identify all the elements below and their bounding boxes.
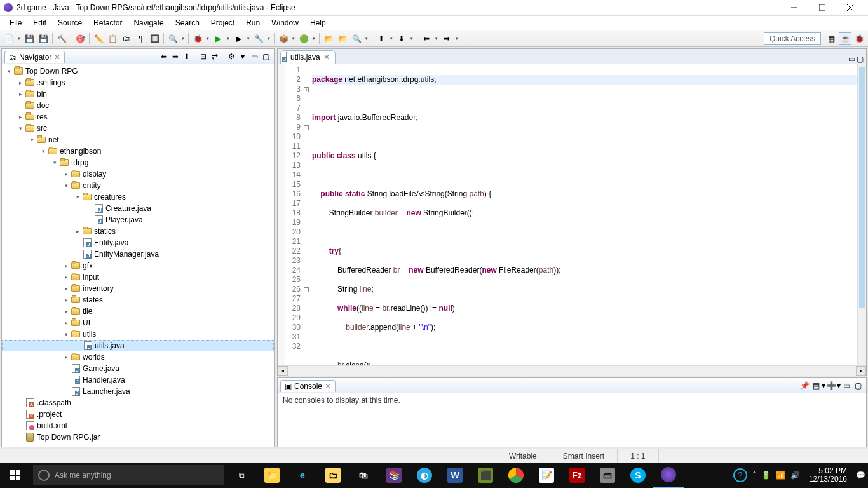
- folder-states[interactable]: ▸states: [2, 294, 274, 306]
- folder-display[interactable]: ▸display: [2, 168, 274, 180]
- folder-src[interactable]: ▾src: [2, 123, 274, 134]
- new-package-button[interactable]: 📦: [277, 32, 290, 45]
- overview-ruler[interactable]: [857, 64, 866, 365]
- menu-help[interactable]: Help: [304, 17, 332, 29]
- menu-project[interactable]: Project: [205, 17, 240, 29]
- fold-collapse-icon[interactable]: −: [304, 287, 309, 292]
- eclipse-taskbar[interactable]: [653, 463, 684, 488]
- close-tab-icon[interactable]: ✕: [323, 53, 330, 62]
- close-icon[interactable]: ✕: [54, 53, 60, 62]
- run-drop[interactable]: ▾: [226, 32, 231, 45]
- new-button[interactable]: 📄: [3, 32, 15, 45]
- file-project[interactable]: .project: [2, 409, 274, 420]
- prev-ann-drop[interactable]: ▾: [389, 32, 394, 45]
- folder-utils[interactable]: ▾utils: [2, 329, 274, 340]
- word-taskbar[interactable]: W: [440, 463, 470, 488]
- forward-drop[interactable]: ▾: [454, 32, 459, 45]
- console-body[interactable]: No consoles to display at this time.: [278, 393, 866, 447]
- run-last-button[interactable]: ▶: [232, 32, 245, 45]
- menu-search[interactable]: Search: [170, 17, 205, 29]
- toggle-folding-button[interactable]: 🔲: [148, 32, 161, 45]
- skype-taskbar[interactable]: S: [623, 463, 653, 488]
- file-game[interactable]: Game.java: [2, 363, 274, 374]
- folder-doc[interactable]: doc: [2, 100, 274, 111]
- debug-button[interactable]: 🐞: [191, 32, 204, 45]
- maximize-console-button[interactable]: ▢: [852, 380, 864, 391]
- file-entity[interactable]: Entity.java: [2, 237, 274, 248]
- tray-chevron-icon[interactable]: ˄: [752, 471, 756, 480]
- new-class-button[interactable]: 🟢: [297, 32, 310, 45]
- folder-entity[interactable]: ▾entity: [2, 180, 274, 191]
- start-button[interactable]: [0, 463, 31, 488]
- view-menu-button[interactable]: ▾: [237, 51, 248, 62]
- minimize-editor-button[interactable]: ▭: [848, 55, 855, 64]
- run-button[interactable]: ▶: [212, 32, 224, 45]
- run-last-drop[interactable]: ▾: [246, 32, 251, 45]
- horizontal-scrollbar[interactable]: ◂ ▸: [278, 365, 866, 376]
- folder-bin[interactable]: ▸bin: [2, 88, 274, 100]
- code-area[interactable]: 1236789101112131415161718192021222324252…: [278, 64, 866, 365]
- open-button[interactable]: 📂: [322, 32, 335, 45]
- folder-tdrpg[interactable]: ▾tdrpg: [2, 157, 274, 168]
- marker-ruler[interactable]: [278, 64, 285, 365]
- collapse-all-button[interactable]: ⊟: [198, 51, 209, 62]
- source-code[interactable]: package net.ethangibson.tdrpg.utils; imp…: [309, 64, 857, 365]
- toggle-word-button[interactable]: 🗂: [120, 32, 133, 45]
- explorer-taskbar[interactable]: 🗂: [318, 463, 348, 488]
- help-tray-icon[interactable]: ?: [733, 468, 747, 482]
- next-annotation-button[interactable]: ⬇: [395, 32, 408, 45]
- editor-tab-utils[interactable]: utils.java ✕: [280, 50, 336, 64]
- folder-tile[interactable]: ▸tile: [2, 306, 274, 317]
- wifi-icon[interactable]: 📶: [776, 471, 785, 480]
- navigator-tree[interactable]: ▾Top Down RPG ▸.settings ▸bin doc ▸res ▾…: [2, 64, 274, 447]
- menu-window[interactable]: Window: [266, 17, 304, 29]
- open-type-drop[interactable]: ▾: [180, 32, 186, 45]
- battery-icon[interactable]: 🔋: [761, 471, 771, 480]
- chrome-taskbar[interactable]: [501, 463, 531, 488]
- notifications-icon[interactable]: 💬: [856, 471, 865, 480]
- folder-gfx[interactable]: ▸gfx: [2, 260, 274, 271]
- file-explorer-taskbar[interactable]: 📁: [257, 463, 287, 488]
- toggle-block-button[interactable]: 📋: [106, 32, 119, 45]
- menu-edit[interactable]: Edit: [27, 17, 52, 29]
- maximize-button[interactable]: [808, 1, 836, 15]
- volume-icon[interactable]: 🔊: [790, 471, 800, 480]
- java-perspective-button[interactable]: ☕: [839, 32, 851, 45]
- file-handler[interactable]: Handler.java: [2, 374, 274, 386]
- pin-console-button[interactable]: 📌: [799, 380, 810, 391]
- ext-tools-drop[interactable]: ▾: [266, 32, 271, 45]
- notepad-taskbar[interactable]: 📝: [531, 463, 562, 488]
- app-taskbar-1[interactable]: ◐: [409, 463, 440, 488]
- nav-forward-button[interactable]: ➡: [170, 51, 181, 62]
- file-classpath[interactable]: .classpath: [2, 397, 274, 409]
- menu-navigate[interactable]: Navigate: [128, 17, 169, 29]
- minimize-view-button[interactable]: ▭: [248, 51, 260, 62]
- folder-worlds[interactable]: ▸worlds: [2, 351, 274, 363]
- taskbar-clock[interactable]: 5:02 PM 12/13/2016: [805, 467, 851, 484]
- project-node[interactable]: ▾Top Down RPG: [2, 65, 274, 77]
- navigator-tab[interactable]: 🗂 Navigator ✕: [4, 51, 65, 63]
- close-button[interactable]: [836, 1, 864, 15]
- minimize-console-button[interactable]: ▭: [841, 380, 852, 391]
- new-pkg-drop[interactable]: ▾: [291, 32, 296, 45]
- back-drop[interactable]: ▾: [434, 32, 439, 45]
- winrar-taskbar[interactable]: 📚: [379, 463, 409, 488]
- tool-button[interactable]: 🔨: [55, 32, 68, 45]
- minecraft-taskbar[interactable]: ⬛: [470, 463, 501, 488]
- debug-perspective-button[interactable]: 🐞: [853, 32, 865, 45]
- fold-ruler[interactable]: +−−: [303, 64, 309, 365]
- debug-drop[interactable]: ▾: [205, 32, 210, 45]
- file-buildxml[interactable]: build.xml: [2, 420, 274, 431]
- save-button[interactable]: 💾: [23, 32, 36, 45]
- folder-inventory[interactable]: ▸inventory: [2, 283, 274, 294]
- open-type-button[interactable]: 🔍: [166, 32, 179, 45]
- minimize-button[interactable]: [780, 1, 808, 15]
- quick-access-field[interactable]: Quick Access: [764, 32, 821, 45]
- nav-up-button[interactable]: ⬆: [181, 51, 193, 62]
- maximize-view-button[interactable]: ▢: [260, 51, 271, 62]
- scroll-right-button[interactable]: ▸: [856, 366, 866, 376]
- file-utils[interactable]: utils.java: [2, 340, 274, 351]
- folder-net[interactable]: ▾net: [2, 134, 274, 146]
- store-taskbar[interactable]: 🛍: [348, 463, 379, 488]
- close-console-icon[interactable]: ✕: [325, 382, 331, 391]
